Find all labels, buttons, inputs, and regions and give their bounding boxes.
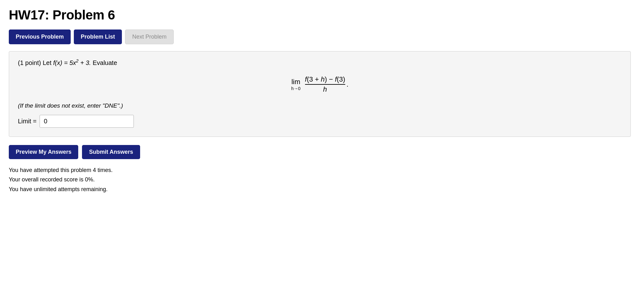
problem-list-button[interactable]: Problem List	[74, 30, 122, 44]
problem-statement: (1 point) Let f(x) = 5x2 + 3. Evaluate	[18, 58, 622, 67]
limit-operator: lim h→0	[291, 78, 301, 91]
limit-formula: lim h→0 f(3 + h) − f(3) h .	[18, 75, 622, 94]
action-buttons: Preview My Answers Submit Answers	[9, 145, 635, 159]
attempt-info: You have attempted this problem 4 times.…	[9, 165, 635, 194]
formula-period: .	[347, 80, 348, 88]
attempt-line-3: You have unlimited attempts remaining.	[9, 185, 635, 194]
dne-note: (If the limit does not exist, enter "DNE…	[18, 102, 622, 109]
next-problem-button: Next Problem	[125, 30, 174, 44]
attempt-line-1: You have attempted this problem 4 times.	[9, 165, 635, 175]
previous-problem-button[interactable]: Previous Problem	[9, 30, 71, 44]
problem-box: (1 point) Let f(x) = 5x2 + 3. Evaluate l…	[9, 51, 631, 137]
fraction-numerator: f(3 + h) − f(3)	[305, 75, 345, 85]
limit-input[interactable]	[40, 115, 134, 128]
limit-label: Limit =	[18, 118, 36, 125]
limit-row: Limit =	[18, 115, 622, 128]
fraction-denominator: h	[323, 85, 327, 94]
fraction-expression: f(3 + h) − f(3) h	[305, 75, 345, 94]
nav-buttons: Previous Problem Problem List Next Probl…	[9, 30, 635, 44]
submit-answers-button[interactable]: Submit Answers	[82, 145, 140, 159]
attempt-line-2: Your overall recorded score is 0%.	[9, 175, 635, 185]
page-title: HW17: Problem 6	[9, 8, 635, 23]
function-notation: f(x) = 5x2 + 3.	[53, 59, 91, 66]
preview-answers-button[interactable]: Preview My Answers	[9, 145, 78, 159]
points-label: (1 point)	[18, 59, 41, 66]
